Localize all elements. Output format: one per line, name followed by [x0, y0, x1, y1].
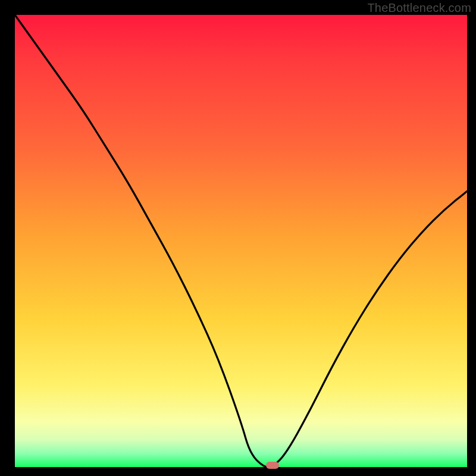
watermark-text: TheBottleneck.com — [367, 1, 471, 15]
chart-frame: TheBottleneck.com — [0, 0, 476, 476]
bottleneck-curve — [15, 15, 467, 467]
plot-area — [15, 15, 467, 467]
